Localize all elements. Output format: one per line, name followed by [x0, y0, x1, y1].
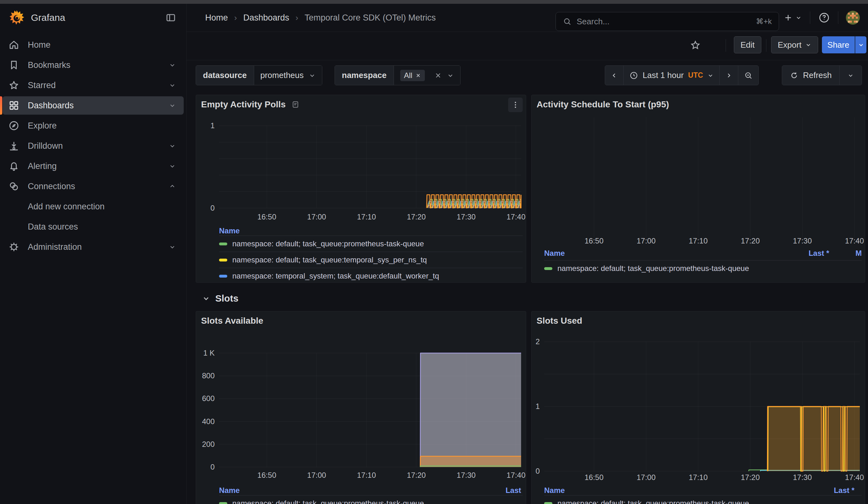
legend-header-name[interactable]: Name	[219, 486, 240, 495]
namespace-select[interactable]: All	[394, 66, 461, 85]
y-axis-tick: 600	[196, 394, 215, 403]
divider	[838, 11, 838, 24]
sidebar-item-data-sources[interactable]: Data sources	[0, 217, 186, 237]
legend-row[interactable]: namespace: default; task_queue:prometheu…	[544, 260, 862, 276]
sidebar-item-administration[interactable]: Administration	[0, 237, 186, 257]
sidebar-item-add-new-connection[interactable]: Add new connection	[0, 196, 186, 217]
datasource-select[interactable]: prometheus	[254, 66, 322, 85]
y-axis-tick: 1	[196, 121, 215, 130]
user-avatar[interactable]	[846, 11, 860, 25]
zoom-out-icon	[744, 71, 753, 80]
chevron-down-icon	[707, 72, 714, 79]
legend-row[interactable]: namespace: default; task_queue:prometheu…	[219, 236, 523, 252]
add-new-button[interactable]	[783, 13, 802, 22]
sidebar-item-label: Bookmarks	[28, 60, 70, 70]
y-axis-tick: 800	[196, 371, 215, 380]
sidebar-item-explore[interactable]: Explore	[0, 116, 186, 136]
series-name: namespace: default; task_queue:prometheu…	[232, 499, 424, 504]
x-axis-tick: 17:00	[629, 473, 663, 482]
panel-title[interactable]: Empty Activity Polls	[201, 100, 286, 110]
search-input[interactable]	[576, 17, 756, 27]
panel-title[interactable]: Slots Available	[201, 316, 263, 326]
chart-canvas[interactable]	[544, 117, 860, 239]
row-slots[interactable]: Slots	[202, 293, 238, 304]
section-chevron-icon	[202, 294, 210, 302]
x-axis-tick: 17:10	[681, 237, 715, 245]
x-axis-tick: 17:20	[733, 473, 768, 482]
sidebar-item-drilldown[interactable]: Drilldown	[0, 136, 186, 156]
panel-menu-icon[interactable]	[508, 97, 523, 112]
legend-row[interactable]: namespace: default; task_queue:temporal_…	[219, 252, 523, 268]
panel-title[interactable]: Activity Schedule To Start (p95)	[537, 100, 669, 110]
legend-header-name[interactable]: Name	[219, 226, 240, 235]
refresh-interval-button[interactable]	[840, 66, 862, 85]
compass-icon	[8, 120, 20, 131]
sidebar-item-bookmarks[interactable]: Bookmarks	[0, 55, 186, 75]
sidebar: HomeBookmarksStarredDashboardsExploreDri…	[0, 32, 187, 504]
sidebar-item-starred[interactable]: Starred	[0, 75, 186, 95]
time-shift-back-button[interactable]	[605, 66, 624, 85]
clock-icon	[629, 71, 638, 80]
chevron-down-icon[interactable]	[169, 62, 176, 69]
chevron-left-icon	[611, 72, 618, 79]
share-menu-button[interactable]	[855, 36, 866, 53]
share-button[interactable]: Share	[822, 36, 855, 53]
spacer	[8, 221, 20, 233]
row-title: Slots	[215, 293, 238, 304]
divider	[766, 39, 766, 52]
y-axis-tick: 400	[196, 417, 215, 426]
legend-header-max[interactable]: Max	[820, 249, 862, 258]
sidebar-toggle-icon[interactable]	[165, 12, 176, 23]
x-axis-tick: 17:00	[299, 213, 334, 222]
divider	[726, 39, 726, 52]
breadcrumb-item-home[interactable]: Home	[205, 13, 228, 23]
chevron-down-icon[interactable]	[169, 244, 176, 250]
legend-header-name[interactable]: Name	[544, 486, 565, 495]
sidebar-item-connections[interactable]: Connections	[0, 176, 186, 196]
search-bar[interactable]: ⌘+k	[556, 12, 779, 31]
refresh-button[interactable]: Refresh	[782, 66, 840, 85]
legend-header-last[interactable]: Last *	[476, 486, 523, 495]
chart-canvas[interactable]	[219, 126, 521, 208]
chevron-down-icon[interactable]	[169, 163, 176, 169]
sidebar-item-label: Home	[28, 40, 51, 50]
legend-header-last[interactable]: Last *	[804, 486, 855, 495]
home-icon	[8, 39, 20, 51]
sidebar-item-alerting[interactable]: Alerting	[0, 156, 186, 176]
edit-button[interactable]: Edit	[734, 36, 761, 53]
grafana-logo-icon[interactable]	[9, 10, 24, 25]
refresh-icon	[790, 71, 798, 80]
chevron-down-icon[interactable]	[169, 142, 176, 150]
chevron-down-icon	[805, 42, 812, 48]
help-icon[interactable]	[818, 12, 830, 23]
namespace-variable: namespace All	[334, 65, 461, 85]
chevron-down-icon[interactable]	[169, 82, 176, 89]
sidebar-item-home[interactable]: Home	[0, 35, 186, 55]
bell-icon	[8, 161, 20, 172]
chart-canvas[interactable]	[544, 342, 860, 471]
x-axis-tick: 17:00	[299, 471, 334, 480]
legend-row[interactable]: namespace: temporal_system; task_queue:d…	[219, 268, 523, 282]
legend-row[interactable]: namespace: default; task_queue:prometheu…	[544, 495, 862, 504]
series-name: namespace: default; task_queue:prometheu…	[557, 264, 749, 273]
time-shift-forward-button[interactable]	[720, 66, 738, 85]
dashboard-toolbar: Edit Export Share	[187, 32, 868, 60]
x-axis-tick: 17:00	[629, 237, 663, 245]
favorite-star-icon[interactable]	[690, 40, 701, 51]
panel-title[interactable]: Slots Used	[537, 316, 582, 326]
chart-canvas[interactable]	[219, 353, 521, 467]
legend-header-name[interactable]: Name	[544, 249, 565, 258]
time-range-picker[interactable]: Last 1 hour UTC	[624, 66, 720, 85]
panel-description-icon[interactable]	[291, 101, 300, 109]
namespace-value-pill[interactable]: All	[400, 70, 425, 81]
breadcrumb: Home›Dashboards›Temporal Core SDK (OTel)…	[205, 4, 436, 32]
time-zoom-out-button[interactable]	[738, 66, 758, 85]
chevron-down-icon[interactable]	[169, 102, 176, 109]
legend-row[interactable]: namespace: default; task_queue:prometheu…	[219, 495, 523, 504]
export-button[interactable]: Export	[771, 36, 818, 53]
breadcrumb-item-dashboards[interactable]: Dashboards	[244, 13, 289, 23]
x-axis-tick: 17:10	[681, 473, 715, 482]
chevron-up-icon[interactable]	[169, 183, 176, 190]
legend: NameLast *Maxnamespace: default; task_qu…	[544, 246, 862, 282]
sidebar-item-dashboards[interactable]: Dashboards	[0, 95, 186, 116]
